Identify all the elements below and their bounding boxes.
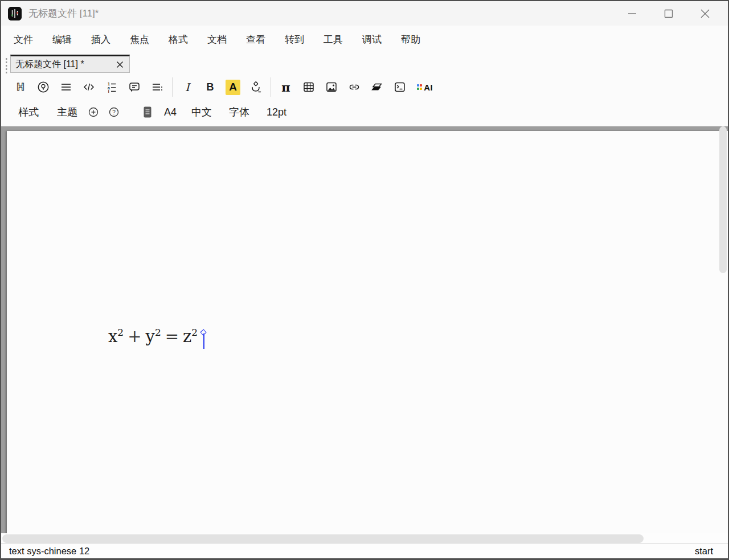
code-block-button[interactable] xyxy=(81,79,97,95)
help-button[interactable]: ? xyxy=(107,105,121,119)
pi-icon: π xyxy=(281,80,290,94)
maximize-button[interactable] xyxy=(650,1,687,26)
menu-edit[interactable]: 编辑 xyxy=(52,33,72,46)
text-caret xyxy=(203,333,204,349)
math-formula-button[interactable]: π xyxy=(278,79,294,95)
toolbar-divider xyxy=(271,77,271,97)
format-toolbar: H 1 xyxy=(1,75,728,99)
ordered-list-icon: 1 a i xyxy=(105,80,118,94)
tab-bar: 无标题文件 [11] * xyxy=(1,53,728,75)
page-layout-button[interactable] xyxy=(141,105,154,119)
terminal-icon xyxy=(393,80,407,94)
ordered-list-button[interactable]: 1 a i xyxy=(104,79,120,95)
status-bar: text sys-chinese 12 start xyxy=(1,543,728,558)
menu-focus[interactable]: 焦点 xyxy=(130,33,149,46)
insert-image-button[interactable] xyxy=(323,79,339,95)
style-toolbar: 样式 主题 ? A4 xyxy=(1,99,728,125)
terminal-button[interactable] xyxy=(392,79,408,95)
horizontal-scrollbar-track[interactable] xyxy=(1,533,728,543)
highlight-icon: A xyxy=(226,80,240,95)
insert-link-button[interactable] xyxy=(346,79,362,95)
comment-button[interactable] xyxy=(126,79,142,95)
idea-bulb-icon xyxy=(36,80,50,94)
lines-dots-icon xyxy=(150,80,164,94)
status-format-info: text sys-chinese 12 xyxy=(9,546,89,557)
ai-dots-icon xyxy=(417,84,423,90)
font-button[interactable]: 字体 xyxy=(229,105,249,119)
image-icon xyxy=(325,80,338,94)
menu-view[interactable]: 查看 xyxy=(246,33,265,46)
tab-label: 无标题文件 [11] * xyxy=(15,59,112,71)
ink-color-button[interactable] xyxy=(248,79,264,95)
window-title: 无标题文件 [11]* xyxy=(28,7,99,20)
bold-button[interactable]: B xyxy=(202,79,218,95)
app-logo-icon xyxy=(8,7,22,20)
menu-file[interactable]: 文件 xyxy=(14,33,33,46)
menu-goto[interactable]: 转到 xyxy=(285,33,304,46)
tabbar-gripper[interactable] xyxy=(5,57,9,73)
focus-mode-button[interactable] xyxy=(35,79,51,95)
page-size-button[interactable]: A4 xyxy=(164,106,177,118)
font-size-button[interactable]: 12pt xyxy=(267,106,286,118)
horizontal-scrollbar-thumb[interactable] xyxy=(2,534,644,543)
circle-question-icon: ? xyxy=(108,106,120,118)
style-button[interactable]: 样式 xyxy=(18,105,39,119)
filled-page-icon xyxy=(142,106,153,118)
paragraph-list-button[interactable] xyxy=(58,79,74,95)
app-window: 无标题文件 [11]* 文件 编辑 插入 焦点 格式 文档 查看 转到 工具 调… xyxy=(0,0,729,560)
link-icon xyxy=(347,80,361,94)
svg-text:i: i xyxy=(108,89,109,93)
menu-document[interactable]: 文档 xyxy=(207,33,227,46)
tab-close-icon[interactable] xyxy=(112,57,127,72)
highlight-button[interactable]: A xyxy=(225,79,241,95)
language-button[interactable]: 中文 xyxy=(191,105,212,119)
line-spacing-button[interactable] xyxy=(149,79,165,95)
ai-assistant-button[interactable]: AI xyxy=(415,79,435,95)
document-canvas: x2+y2=z2 xyxy=(1,126,728,543)
menu-tools[interactable]: 工具 xyxy=(323,33,343,46)
marker-wedge-icon xyxy=(370,80,384,94)
title-bar: 无标题文件 [11]* xyxy=(1,1,728,26)
marker-button[interactable] xyxy=(369,79,385,95)
theme-button[interactable]: 主题 xyxy=(57,105,77,119)
menu-help[interactable]: 帮助 xyxy=(401,33,420,46)
table-icon xyxy=(302,80,316,94)
ai-label: AI xyxy=(424,83,433,92)
heading-icon: H xyxy=(17,81,24,93)
heading-button[interactable]: H xyxy=(13,79,28,95)
menu-insert[interactable]: 插入 xyxy=(91,33,110,46)
italic-button[interactable]: I xyxy=(179,79,195,95)
menu-bar: 文件 编辑 插入 焦点 格式 文档 查看 转到 工具 调试 帮助 xyxy=(1,26,728,53)
svg-text:?: ? xyxy=(112,109,116,116)
math-formula[interactable]: x2+y2=z2 xyxy=(108,327,198,346)
window-controls xyxy=(614,1,723,26)
toolbar-divider xyxy=(172,77,173,97)
zoom-add-button[interactable] xyxy=(87,105,100,119)
close-button[interactable] xyxy=(687,1,723,26)
status-position-info: start xyxy=(695,546,713,557)
comment-icon xyxy=(128,80,141,94)
vertical-scrollbar-thumb[interactable] xyxy=(719,126,727,273)
bold-icon: B xyxy=(207,81,214,93)
tab-untitled-file[interactable]: 无标题文件 [11] * xyxy=(10,55,130,73)
insert-table-button[interactable] xyxy=(301,79,317,95)
italic-icon: I xyxy=(185,81,190,93)
menu-debug[interactable]: 调试 xyxy=(362,33,382,46)
lines-icon xyxy=(59,80,73,94)
ink-bottle-icon xyxy=(249,80,263,94)
minimize-button[interactable] xyxy=(614,1,650,26)
menu-format[interactable]: 格式 xyxy=(169,33,188,46)
circle-plus-icon xyxy=(88,106,99,118)
code-icon xyxy=(82,80,96,94)
